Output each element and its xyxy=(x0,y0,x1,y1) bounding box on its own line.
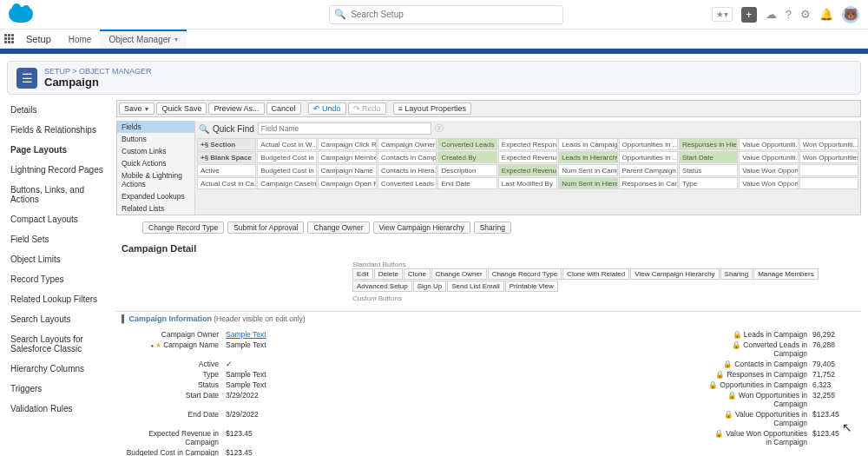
sidebar-item[interactable]: Related Lookup Filters xyxy=(7,289,111,309)
palette-category[interactable]: Quick Actions xyxy=(117,157,194,169)
detail-button[interactable]: View Campaign Hierarchy xyxy=(630,268,719,280)
palette-field[interactable]: Value Won Opportu... xyxy=(739,164,798,176)
palette-field[interactable]: Campaign CaseInsId xyxy=(257,177,316,189)
quick-save-button[interactable]: Quick Save xyxy=(156,102,207,115)
sidebar-item[interactable]: Field Sets xyxy=(7,229,111,249)
palette-field[interactable]: Expected Revenue xyxy=(498,151,557,163)
palette-field[interactable]: Start Date xyxy=(679,151,738,163)
save-button[interactable]: Save▼ xyxy=(119,102,155,115)
detail-button[interactable]: Printable View xyxy=(505,281,558,292)
palette-field[interactable]: Value Opportuniti... xyxy=(739,151,798,163)
palette-field[interactable]: Leads in Campaign xyxy=(558,138,617,150)
palette-field[interactable]: +§ Blank Space xyxy=(197,151,256,163)
palette-category[interactable]: Mobile & Lightning Actions xyxy=(117,169,194,190)
standard-action-button[interactable]: Change Owner xyxy=(307,221,369,234)
search-input[interactable] xyxy=(329,5,563,24)
salesforce-help-icon[interactable]: ☁ xyxy=(766,8,777,21)
palette-field[interactable]: Description xyxy=(437,164,496,176)
cancel-button[interactable]: Cancel xyxy=(266,102,301,115)
help-icon[interactable]: ? xyxy=(786,8,792,21)
palette-field[interactable]: Campaign Open Rate xyxy=(318,177,377,189)
standard-action-button[interactable]: Change Record Type xyxy=(142,221,224,234)
palette-field[interactable]: Expected Response... xyxy=(498,138,557,150)
sidebar-item[interactable]: Search Layouts for Salesforce Classic xyxy=(7,329,111,359)
layout-properties-button[interactable]: ≡ Layout Properties xyxy=(393,102,471,115)
palette-category[interactable]: Custom Links xyxy=(117,145,194,157)
breadcrumb-setup[interactable]: SETUP xyxy=(44,67,70,76)
palette-field[interactable]: Converted Leads i... xyxy=(437,138,496,150)
palette-field[interactable]: Expected Revenue ... xyxy=(498,164,557,176)
clear-icon[interactable]: ⓧ xyxy=(435,122,444,135)
detail-button[interactable]: Delete xyxy=(374,268,403,280)
palette-field[interactable]: Created By xyxy=(437,151,496,163)
palette-field[interactable]: Converted Leads i... xyxy=(378,177,437,189)
palette-field[interactable]: +§ Section xyxy=(197,138,256,150)
palette-field[interactable]: Value Opportuniti... xyxy=(739,138,798,150)
avatar[interactable]: 🐻 xyxy=(842,6,859,23)
palette-field[interactable]: Campaign Name xyxy=(318,164,377,176)
nav-tab-object-manager[interactable]: Object Manager▾ xyxy=(100,30,186,48)
undo-button[interactable]: ↶ Undo xyxy=(308,102,346,115)
preview-as-button[interactable]: Preview As... xyxy=(208,102,264,115)
palette-field[interactable]: Type xyxy=(679,177,738,189)
sidebar-item[interactable]: Triggers xyxy=(7,379,111,399)
sidebar-item[interactable]: Page Layouts xyxy=(7,140,111,160)
standard-action-button[interactable]: Submit for Approval xyxy=(227,221,304,234)
palette-field[interactable]: Campaign Click Rate xyxy=(318,138,377,150)
palette-field[interactable]: End Date xyxy=(437,177,496,189)
sidebar-item[interactable]: Hierarchy Columns xyxy=(7,359,111,379)
add-icon[interactable]: + xyxy=(741,7,757,23)
palette-field[interactable]: Num Sent in Hiera... xyxy=(558,177,617,189)
favorite-dropdown[interactable]: ★▾ xyxy=(712,7,733,22)
nav-tab-home[interactable]: Home xyxy=(60,30,101,48)
standard-action-button[interactable]: View Campaign Hierarchy xyxy=(373,221,470,234)
palette-category[interactable]: Buttons xyxy=(117,133,194,145)
palette-field[interactable]: Opportunities in ... xyxy=(619,138,678,150)
breadcrumb-object-manager[interactable]: OBJECT MANAGER xyxy=(79,67,151,76)
palette-field[interactable]: Campaign Owner xyxy=(378,138,437,150)
detail-button[interactable]: Change Owner xyxy=(431,268,487,280)
palette-category[interactable]: Expanded Lookups xyxy=(117,190,194,202)
palette-category[interactable]: Fields xyxy=(117,121,194,133)
palette-field[interactable]: Opportunities in ... xyxy=(619,151,678,163)
sidebar-item[interactable]: Details xyxy=(7,100,111,120)
palette-field[interactable]: Parent Campaign xyxy=(619,164,678,176)
palette-category[interactable]: Related Lists xyxy=(117,202,194,215)
palette-field[interactable]: Contacts in Campa... xyxy=(378,151,437,163)
detail-button[interactable]: Change Record Type xyxy=(488,268,562,280)
sidebar-item[interactable]: Fields & Relationships xyxy=(7,120,111,140)
notification-bell-icon[interactable]: 🔔 xyxy=(819,8,833,21)
sidebar-item[interactable]: Compact Layouts xyxy=(7,209,111,229)
detail-button[interactable]: Manage Members xyxy=(753,268,818,280)
detail-button[interactable]: Send List Email xyxy=(447,281,504,292)
palette-field[interactable]: Leads in Hierarchy xyxy=(558,151,617,163)
setup-gear-icon[interactable]: ⚙ xyxy=(800,8,811,21)
palette-field[interactable]: Value Won Opportu... xyxy=(739,177,798,189)
detail-button[interactable]: Edit xyxy=(352,268,373,280)
palette-field[interactable]: Actual Cost in W... xyxy=(257,138,316,150)
sidebar-item[interactable]: Lightning Record Pages xyxy=(7,160,111,180)
palette-field[interactable]: Active xyxy=(197,164,256,176)
detail-button[interactable]: Clone with Related xyxy=(562,268,629,280)
sidebar-item[interactable]: Validation Rules xyxy=(7,399,111,419)
redo-button[interactable]: ↷ Redo xyxy=(348,102,386,115)
palette-field[interactable]: Won Opportunities... xyxy=(799,151,858,163)
palette-field[interactable]: Last Modified By xyxy=(498,177,557,189)
detail-button[interactable]: Sign Up xyxy=(413,281,446,292)
palette-field[interactable]: Num Sent in Campaign xyxy=(558,164,617,176)
palette-field[interactable]: Budgeted Cost in ... xyxy=(257,164,316,176)
app-launcher-icon[interactable] xyxy=(0,30,17,48)
sidebar-item[interactable]: Buttons, Links, and Actions xyxy=(7,180,111,209)
detail-button[interactable]: Clone xyxy=(404,268,431,280)
detail-button[interactable]: Advanced Setup xyxy=(352,281,412,292)
palette-field[interactable]: Won Opportuniti... xyxy=(799,138,858,150)
palette-field[interactable]: Budgeted Cost in ... xyxy=(257,151,316,163)
sidebar-item[interactable]: Record Types xyxy=(7,269,111,289)
palette-field[interactable]: Responses in Cam... xyxy=(619,177,678,189)
sidebar-item[interactable]: Object Limits xyxy=(7,249,111,269)
palette-field[interactable]: Status xyxy=(679,164,738,176)
standard-action-button[interactable]: Sharing xyxy=(474,221,511,234)
palette-field[interactable]: Actual Cost in Ca... xyxy=(197,177,256,189)
palette-field[interactable]: Contacts in Hiera... xyxy=(378,164,437,176)
palette-field[interactable]: Responses in Hier... xyxy=(679,138,738,150)
